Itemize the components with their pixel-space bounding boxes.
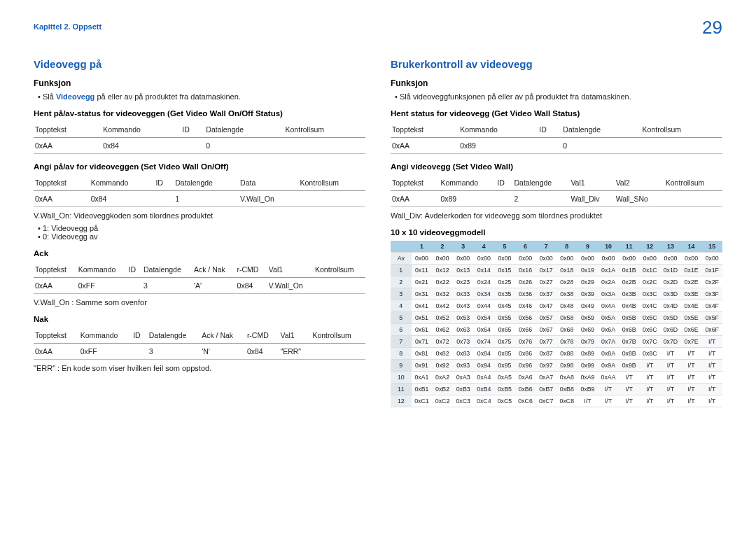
matrix-cell: 0x69	[578, 324, 598, 336]
matrix-cell: 0xA9	[578, 372, 598, 384]
matrix-cell: 0x77	[536, 336, 556, 348]
col: ID	[127, 262, 143, 278]
matrix-cell: 0xB2	[432, 384, 453, 395]
matrix-cell: 0xB7	[536, 384, 556, 395]
left-set-heading: Angi på/av for videoveggen (Set Video Wa…	[34, 162, 365, 171]
matrix-col-header: 14	[681, 241, 702, 253]
matrix-cell: 0xA2	[432, 372, 453, 384]
cell: 'N'	[200, 344, 246, 360]
matrix-cell: 0x4A	[598, 300, 619, 312]
col: r-CMD	[246, 328, 279, 344]
text: Slå	[43, 92, 56, 101]
col: ID	[154, 175, 174, 191]
left-ack-table: Topptekst Kommando ID Datalengde Ack / N…	[34, 262, 365, 294]
matrix-cell: 0x6C	[640, 324, 661, 336]
matrix-cell: 0x73	[453, 336, 474, 348]
table-row: 0xAA 0x89 0	[391, 138, 722, 154]
matrix-cell: 0x5D	[660, 312, 681, 324]
matrix-col-header: 9	[578, 241, 598, 253]
matrix-cell: 0x7D	[660, 336, 681, 348]
text: på eller av på produktet fra datamaskine…	[94, 92, 241, 101]
right-funksjon-item: Slå videoveggfunksjonen på eller av på p…	[395, 92, 722, 101]
matrix-cell: 0x00	[556, 253, 578, 265]
matrix-cell: 0x99	[578, 360, 598, 372]
matrix-cell: 0xB3	[453, 384, 474, 395]
matrix-cell: 0x35	[494, 288, 515, 300]
col: Kontrollsum	[284, 122, 365, 138]
cell	[299, 191, 365, 207]
matrix-row: 20x210x220x230x240x250x260x270x280x290x2…	[391, 276, 722, 288]
matrix-cell: 0x46	[515, 300, 536, 312]
cell: 0	[204, 138, 284, 154]
matrix-row: 10x110x120x130x140x150x160x170x180x190x1…	[391, 265, 722, 276]
matrix-cell: 0xB6	[515, 384, 536, 395]
matrix-cell: I/T	[701, 336, 722, 348]
matrix-cell: 0x68	[556, 324, 578, 336]
matrix-row: 80x810x820x830x840x850x860x870x880x890x8…	[391, 348, 722, 360]
matrix-cell: 0x52	[432, 312, 453, 324]
matrix-cell: 0x31	[412, 288, 433, 300]
matrix-cell: 0x41	[412, 300, 433, 312]
matrix-cell: 0xC4	[474, 395, 495, 407]
matrix-cell: 0x79	[578, 336, 598, 348]
cell: 0xAA	[34, 278, 77, 294]
cell: 3	[148, 344, 200, 360]
matrix-cell: 0x19	[578, 265, 598, 276]
matrix-col-header: 11	[619, 241, 640, 253]
matrix-cell: 0x00	[578, 253, 598, 265]
matrix-cell: 0x72	[432, 336, 453, 348]
matrix-cell: 0x27	[536, 276, 556, 288]
col: ID	[132, 328, 148, 344]
right-funksjon-heading: Funksjon	[391, 78, 722, 88]
matrix-cell: 0x3A	[598, 288, 619, 300]
matrix-cell: 0x24	[474, 276, 495, 288]
matrix-row-header: 8	[391, 348, 412, 360]
cell: 0xFF	[79, 344, 132, 360]
matrix-cell: I/T	[578, 395, 598, 407]
matrix-cell: 0x78	[556, 336, 578, 348]
matrix-cell: 0xB4	[474, 384, 495, 395]
matrix-cell: 0x62	[432, 324, 453, 336]
matrix-row: 40x410x420x430x440x450x460x470x480x490x4…	[391, 300, 722, 312]
col: Kontrollsum	[641, 122, 722, 138]
matrix-row: 90x910x920x930x940x950x960x970x980x990x9…	[391, 360, 722, 372]
matrix-cell: I/T	[619, 384, 640, 395]
matrix-cell: 0x00	[640, 253, 661, 265]
matrix-cell: 0x2D	[660, 276, 681, 288]
matrix-cell: I/T	[660, 395, 681, 407]
cell: 0x84	[246, 344, 279, 360]
matrix-cell: 0x83	[453, 348, 474, 360]
matrix-cell: 0x75	[494, 336, 515, 348]
matrix-row: 60x610x620x630x640x650x660x670x680x690x6…	[391, 324, 722, 336]
matrix-cell: 0x3D	[660, 288, 681, 300]
matrix-cell: 0x85	[494, 348, 515, 360]
matrix-table: 123456789101112131415Av0x000x000x000x000…	[391, 241, 722, 407]
matrix-cell: 0x59	[578, 312, 598, 324]
left-get-table: Topptekst Kommando ID Datalengde Kontrol…	[34, 122, 365, 154]
matrix-cell: 0x6F	[701, 324, 722, 336]
matrix-cell: 0x1A	[598, 265, 619, 276]
matrix-cell: I/T	[660, 360, 681, 372]
col: Datalengde	[148, 328, 200, 344]
matrix-cell: 0xA3	[453, 372, 474, 384]
matrix-cell: I/T	[681, 348, 702, 360]
col: Datalengde	[204, 122, 284, 138]
col: Kommando	[90, 175, 155, 191]
matrix-cell: 0x47	[536, 300, 556, 312]
matrix-cell: 0x7E	[681, 336, 702, 348]
opt-off: 0: Videovegg av	[38, 232, 365, 241]
matrix-cell: 0x21	[412, 276, 433, 288]
left-nak-table: Topptekst Kommando ID Datalengde Ack / N…	[34, 328, 365, 360]
matrix-row: 50x510x520x530x540x550x560x570x580x590x5…	[391, 312, 722, 324]
matrix-cell: 0x44	[474, 300, 495, 312]
matrix-cell: 0x1F	[701, 265, 722, 276]
col: Kontrollsum	[311, 328, 365, 344]
cell: 0x84	[102, 138, 181, 154]
matrix-cell: 0x11	[412, 265, 433, 276]
cell	[127, 278, 143, 294]
matrix-cell: 0x89	[578, 348, 598, 360]
right-explain: Wall_Div: Avdelerkoden for videovegg som…	[391, 211, 722, 220]
matrix-cell: 0x4E	[681, 300, 702, 312]
matrix-cell: 0x5E	[681, 312, 702, 324]
matrix-cell: 0x4B	[619, 300, 640, 312]
